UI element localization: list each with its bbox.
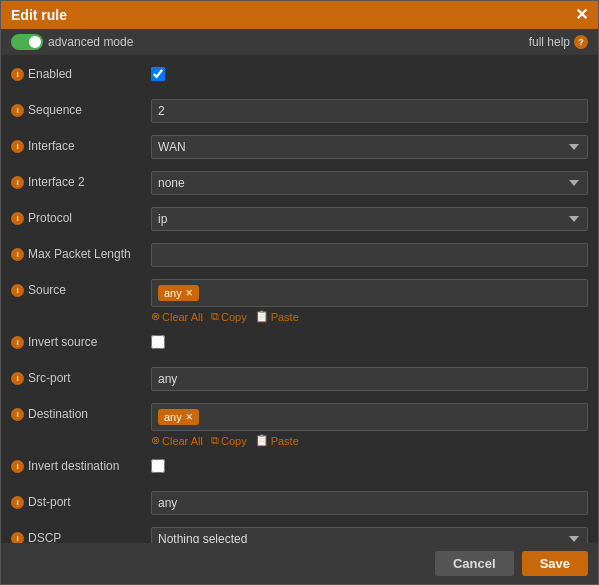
invert-source-row: i Invert source <box>11 331 588 359</box>
destination-tag-text: any <box>164 411 182 423</box>
cancel-button[interactable]: Cancel <box>435 551 514 576</box>
dst-port-info-icon: i <box>11 496 24 509</box>
destination-copy-label: Copy <box>221 435 247 447</box>
enabled-label-cell: i Enabled <box>11 63 151 81</box>
interface-row: i Interface WAN LAN any <box>11 135 588 163</box>
interface-select[interactable]: WAN LAN any <box>151 135 588 159</box>
protocol-select[interactable]: ip tcp udp icmp <box>151 207 588 231</box>
protocol-label: Protocol <box>28 211 72 225</box>
source-clear-icon: ⊗ <box>151 310 160 323</box>
destination-tag-remove[interactable]: × <box>186 411 193 423</box>
max-packet-length-label: Max Packet Length <box>28 247 131 261</box>
interface2-select[interactable]: none WAN LAN <box>151 171 588 195</box>
source-clear-link[interactable]: ⊗ Clear All <box>151 310 203 323</box>
invert-source-label-cell: i Invert source <box>11 331 151 349</box>
max-packet-length-input[interactable] <box>151 243 588 267</box>
invert-destination-info-icon: i <box>11 460 24 473</box>
destination-paste-icon: 📋 <box>255 434 269 447</box>
interface2-row: i Interface 2 none WAN LAN <box>11 171 588 199</box>
invert-source-label: Invert source <box>28 335 97 349</box>
source-tag-container[interactable]: any × <box>151 279 588 307</box>
dst-port-input[interactable] <box>151 491 588 515</box>
source-control: any × ⊗ Clear All ⧉ Copy 📋 Past <box>151 279 588 323</box>
top-bar: advanced mode full help ? <box>1 29 598 55</box>
interface-label-cell: i Interface <box>11 135 151 153</box>
enabled-checkbox[interactable] <box>151 67 165 81</box>
destination-paste-link[interactable]: 📋 Paste <box>255 434 299 447</box>
protocol-label-cell: i Protocol <box>11 207 151 225</box>
invert-destination-label-cell: i Invert destination <box>11 455 151 473</box>
src-port-control <box>151 367 588 391</box>
source-tag-text: any <box>164 287 182 299</box>
destination-copy-icon: ⧉ <box>211 434 219 447</box>
destination-action-links: ⊗ Clear All ⧉ Copy 📋 Paste <box>151 434 588 447</box>
invert-destination-label: Invert destination <box>28 459 119 473</box>
invert-destination-checkbox[interactable] <box>151 459 165 473</box>
src-port-info-icon: i <box>11 372 24 385</box>
source-copy-icon: ⧉ <box>211 310 219 323</box>
destination-tag-any: any × <box>158 409 199 425</box>
close-button[interactable]: ✕ <box>575 7 588 23</box>
dialog-title: Edit rule <box>11 7 67 23</box>
advanced-mode-toggle[interactable]: advanced mode <box>11 34 133 50</box>
interface2-control: none WAN LAN <box>151 171 588 195</box>
destination-label-cell: i Destination <box>11 403 151 421</box>
enabled-info-icon: i <box>11 68 24 81</box>
help-icon[interactable]: ? <box>574 35 588 49</box>
source-tag-remove[interactable]: × <box>186 287 193 299</box>
interface2-label-cell: i Interface 2 <box>11 171 151 189</box>
dscp-info-icon: i <box>11 532 24 544</box>
enabled-label: Enabled <box>28 67 72 81</box>
source-label: Source <box>28 283 66 297</box>
dscp-label: DSCP <box>28 531 61 543</box>
source-row: i Source any × ⊗ Clear All ⧉ <box>11 279 588 323</box>
interface-info-icon: i <box>11 140 24 153</box>
destination-clear-link[interactable]: ⊗ Clear All <box>151 434 203 447</box>
full-help[interactable]: full help ? <box>529 35 588 49</box>
form-content: i Enabled i Sequence i Interface <box>1 55 598 543</box>
invert-source-info-icon: i <box>11 336 24 349</box>
dscp-row: i DSCP Nothing selected ⊗ Clear All <box>11 527 588 543</box>
destination-control: any × ⊗ Clear All ⧉ Copy 📋 Past <box>151 403 588 447</box>
dscp-control: Nothing selected ⊗ Clear All <box>151 527 588 543</box>
destination-copy-link[interactable]: ⧉ Copy <box>211 434 247 447</box>
protocol-info-icon: i <box>11 212 24 225</box>
destination-row: i Destination any × ⊗ Clear All ⧉ <box>11 403 588 447</box>
invert-destination-control <box>151 455 588 476</box>
invert-source-checkbox[interactable] <box>151 335 165 349</box>
interface-label: Interface <box>28 139 75 153</box>
source-info-icon: i <box>11 284 24 297</box>
dscp-label-cell: i DSCP <box>11 527 151 543</box>
edit-rule-dialog: Edit rule ✕ advanced mode full help ? i … <box>0 0 599 585</box>
save-button[interactable]: Save <box>522 551 588 576</box>
sequence-input[interactable] <box>151 99 588 123</box>
dst-port-row: i Dst-port <box>11 491 588 519</box>
max-packet-length-info-icon: i <box>11 248 24 261</box>
max-packet-length-label-cell: i Max Packet Length <box>11 243 151 261</box>
enabled-control <box>151 63 588 84</box>
advanced-mode-switch[interactable] <box>11 34 43 50</box>
advanced-mode-label: advanced mode <box>48 35 133 49</box>
source-paste-label: Paste <box>271 311 299 323</box>
src-port-label: Src-port <box>28 371 71 385</box>
max-packet-length-row: i Max Packet Length <box>11 243 588 271</box>
enabled-row: i Enabled <box>11 63 588 91</box>
destination-tag-container[interactable]: any × <box>151 403 588 431</box>
interface2-label: Interface 2 <box>28 175 85 189</box>
sequence-control <box>151 99 588 123</box>
max-packet-length-control <box>151 243 588 267</box>
destination-paste-label: Paste <box>271 435 299 447</box>
invert-destination-row: i Invert destination <box>11 455 588 483</box>
src-port-label-cell: i Src-port <box>11 367 151 385</box>
source-copy-link[interactable]: ⧉ Copy <box>211 310 247 323</box>
destination-clear-label: Clear All <box>162 435 203 447</box>
src-port-input[interactable] <box>151 367 588 391</box>
source-action-links: ⊗ Clear All ⧉ Copy 📋 Paste <box>151 310 588 323</box>
destination-clear-icon: ⊗ <box>151 434 160 447</box>
destination-label: Destination <box>28 407 88 421</box>
sequence-label: Sequence <box>28 103 82 117</box>
title-bar: Edit rule ✕ <box>1 1 598 29</box>
source-clear-label: Clear All <box>162 311 203 323</box>
dscp-select[interactable]: Nothing selected <box>151 527 588 543</box>
source-paste-link[interactable]: 📋 Paste <box>255 310 299 323</box>
